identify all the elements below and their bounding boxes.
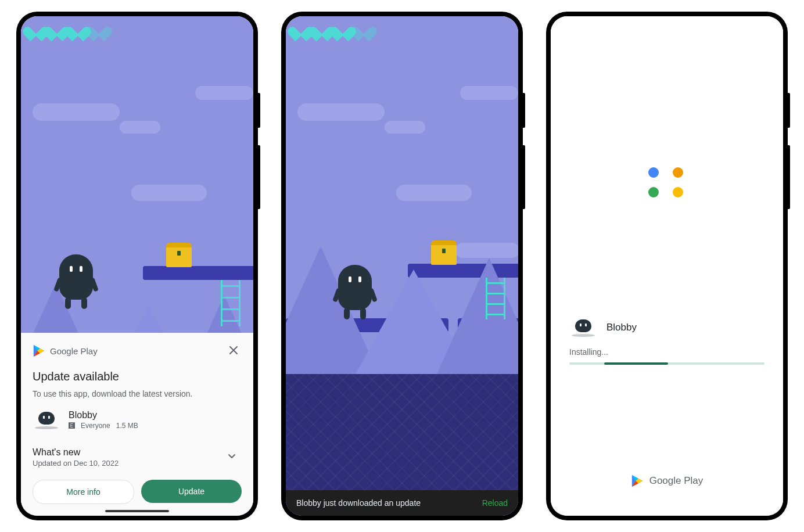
hearts-row	[27, 21, 108, 37]
app-icon	[569, 319, 597, 336]
app-size: 1.5 MB	[116, 422, 138, 430]
sheet-title: Update available	[33, 370, 242, 383]
content-rating-icon: 🅴	[69, 422, 75, 429]
expand-button[interactable]	[222, 446, 242, 468]
heart-icon	[333, 21, 352, 37]
progress-bar	[569, 362, 764, 365]
cloud	[385, 121, 425, 134]
app-name: Blobby	[69, 410, 138, 420]
snackbar: Blobby just downloaded an update Reload	[286, 490, 518, 516]
snackbar-text: Blobby just downloaded an update	[296, 498, 421, 508]
heart-icon-empty	[89, 21, 108, 37]
google-play-label: Google Play	[33, 344, 98, 358]
cloud	[195, 86, 253, 100]
cloud	[120, 121, 160, 134]
game-background	[286, 16, 518, 516]
phone-frame-1: Google Play Update available To use this…	[16, 12, 258, 520]
content-rating: Everyone	[81, 422, 110, 430]
ladder	[221, 280, 241, 326]
more-info-button[interactable]: More info	[33, 480, 134, 504]
gesture-handle[interactable]	[105, 510, 169, 512]
reload-button[interactable]: Reload	[482, 498, 508, 508]
mountains	[286, 200, 518, 374]
app-icon	[33, 412, 60, 428]
dot-blue	[648, 167, 659, 178]
chest-icon	[166, 243, 192, 267]
heart-icon	[48, 21, 66, 37]
progress-fill	[604, 362, 668, 365]
heart-icon	[292, 21, 310, 37]
screen-2: Blobby just downloaded an update Reload	[286, 16, 518, 516]
screen-3: Blobby Installing... Google Play	[551, 16, 783, 516]
dot-orange	[673, 167, 683, 178]
close-button[interactable]	[225, 342, 242, 360]
cloud	[460, 86, 518, 100]
dot-yellow	[673, 187, 683, 197]
heart-icon	[69, 21, 87, 37]
player-character	[59, 254, 93, 300]
update-bottom-sheet: Google Play Update available To use this…	[21, 333, 253, 516]
app-name: Blobby	[606, 322, 637, 333]
loading-dots	[648, 167, 685, 197]
sheet-subtitle: To use this app, download the latest ver…	[33, 389, 242, 398]
cloud	[396, 185, 472, 201]
google-play-text: Google Play	[649, 475, 704, 487]
cloud	[33, 103, 120, 121]
whats-new-row[interactable]: What's new Updated on Dec 10, 2022	[33, 446, 242, 468]
phone-frame-3: Blobby Installing... Google Play	[546, 12, 788, 520]
heart-icon	[27, 21, 45, 37]
platform	[143, 266, 253, 280]
google-play-footer: Google Play	[631, 474, 704, 488]
install-screen: Blobby Installing... Google Play	[551, 16, 783, 516]
cloud	[455, 243, 518, 258]
google-play-icon	[33, 344, 45, 358]
google-play-text: Google Play	[50, 346, 98, 356]
install-status: Installing...	[551, 336, 783, 357]
cloud	[131, 185, 207, 201]
screen-1: Google Play Update available To use this…	[21, 16, 253, 516]
whats-new-title: What's new	[33, 447, 119, 458]
player-character	[338, 265, 372, 310]
dot-green	[648, 187, 659, 197]
whats-new-date: Updated on Dec 10, 2022	[33, 459, 119, 468]
heart-icon	[313, 21, 331, 37]
phone-frame-2: Blobby just downloaded an update Reload	[281, 12, 523, 520]
update-button[interactable]: Update	[141, 480, 242, 503]
app-row: Blobby 🅴 Everyone 1.5 MB	[33, 410, 242, 430]
chevron-down-icon	[227, 451, 237, 461]
google-play-icon	[631, 474, 644, 488]
ladder	[486, 278, 505, 319]
cloud	[297, 103, 385, 121]
chest-icon	[431, 240, 457, 265]
heart-icon-empty	[354, 21, 373, 37]
hearts-row	[292, 21, 373, 37]
install-app-row: Blobby	[551, 319, 783, 336]
close-icon	[229, 346, 238, 355]
